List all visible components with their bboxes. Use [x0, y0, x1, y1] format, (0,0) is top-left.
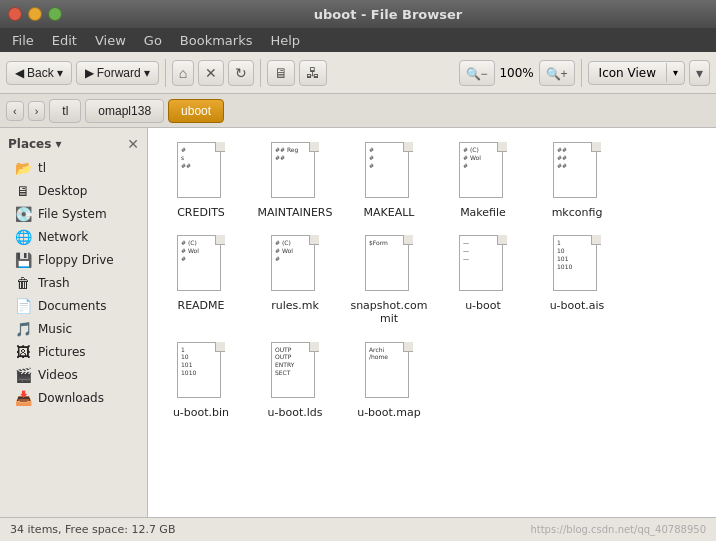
menu-item-view[interactable]: View: [87, 31, 134, 50]
file-name: MAINTAINERS: [258, 206, 333, 219]
file-item[interactable]: 1101011010u-boot.ais: [532, 229, 622, 331]
file-item[interactable]: #s##CREDITS: [156, 136, 246, 225]
stop-icon: ✕: [205, 65, 217, 81]
file-thumbnail: ###: [365, 142, 413, 202]
forward-button[interactable]: ▶ Forward ▾: [76, 61, 159, 85]
sidebar-item-downloads[interactable]: 📥Downloads: [4, 387, 143, 409]
minimize-button[interactable]: [28, 7, 42, 21]
file-thumbnail: # (C)# Wol#: [271, 235, 319, 295]
view-label[interactable]: Icon View: [589, 62, 666, 84]
pictures-icon: 🖼: [14, 344, 32, 360]
nav-prev-button[interactable]: ‹: [6, 101, 24, 121]
breadcrumb-uboot[interactable]: uboot: [168, 99, 224, 123]
doc-corner: [309, 342, 319, 352]
home-button[interactable]: ⌂: [172, 60, 194, 86]
network-button[interactable]: 🖧: [299, 60, 327, 86]
zoom-level: 100%: [499, 66, 535, 80]
menu-item-file[interactable]: File: [4, 31, 42, 50]
file-thumbnail: #s##: [177, 142, 225, 202]
sidebar-item-documents[interactable]: 📄Documents: [4, 295, 143, 317]
file-thumbnail: ## Reg##: [271, 142, 319, 202]
file-thumbnail: # (C)# Wol#: [177, 235, 225, 295]
window-title: uboot - File Browser: [68, 7, 708, 22]
menu-item-help[interactable]: Help: [262, 31, 308, 50]
menu-item-edit[interactable]: Edit: [44, 31, 85, 50]
refresh-button[interactable]: ↻: [228, 60, 254, 86]
zoom-in-button[interactable]: 🔍+: [539, 60, 575, 86]
breadcrumb-omapl138[interactable]: omapl138: [85, 99, 164, 123]
doc-corner: [403, 142, 413, 152]
file-item[interactable]: # (C)# Wol#Makefile: [438, 136, 528, 225]
doc-corner: [591, 142, 601, 152]
file-name: u-boot: [465, 299, 501, 312]
file-name: CREDITS: [177, 206, 225, 219]
toolbar-separator-1: [165, 59, 166, 87]
file-name: u-boot.ais: [550, 299, 605, 312]
file-thumbnail: $Form: [365, 235, 413, 295]
file-name: u-boot.bin: [173, 406, 229, 419]
file-item[interactable]: $Formsnapshot.commit: [344, 229, 434, 331]
view-dropdown-arrow[interactable]: ▾: [666, 63, 684, 82]
view-dropdown[interactable]: Icon View ▾: [588, 61, 685, 85]
filesystem-icon: 💽: [14, 206, 32, 222]
videos-icon: 🎬: [14, 367, 32, 383]
watermark: https://blog.csdn.net/qq_40788950: [530, 524, 706, 535]
sidebar-item-trash[interactable]: 🗑Trash: [4, 272, 143, 294]
file-item[interactable]: # (C)# Wol#rules.mk: [250, 229, 340, 331]
sidebar-item-label: Videos: [38, 368, 78, 382]
sidebar-header: Places ▾ ✕: [0, 132, 147, 156]
breadcrumb-tl[interactable]: tl: [49, 99, 81, 123]
extra-dropdown-button[interactable]: ▾: [689, 60, 710, 86]
network-icon: 🖧: [306, 65, 320, 81]
maximize-button[interactable]: [48, 7, 62, 21]
doc-corner: [497, 142, 507, 152]
doc-corner: [309, 235, 319, 245]
file-item[interactable]: ######mkconfig: [532, 136, 622, 225]
back-dropdown-icon: ▾: [57, 66, 63, 80]
file-name: Makefile: [460, 206, 506, 219]
menu-item-go[interactable]: Go: [136, 31, 170, 50]
sidebar-item-filesystem[interactable]: 💽File System: [4, 203, 143, 225]
file-item[interactable]: # (C)# Wol#README: [156, 229, 246, 331]
zoom-out-icon: 🔍−: [466, 67, 488, 81]
sidebar-item-network[interactable]: 🌐Network: [4, 226, 143, 248]
sidebar-item-label: File System: [38, 207, 107, 221]
file-item[interactable]: ###MAKEALL: [344, 136, 434, 225]
file-thumbnail: 1101011010: [553, 235, 601, 295]
stop-button[interactable]: ✕: [198, 60, 224, 86]
file-thumbnail: # (C)# Wol#: [459, 142, 507, 202]
file-item[interactable]: ———u-boot: [438, 229, 528, 331]
sidebar-item-tl[interactable]: 📂tl: [4, 157, 143, 179]
file-item[interactable]: OUTPOUTPENTRYSECTu-boot.lds: [250, 336, 340, 425]
doc-corner: [403, 342, 413, 352]
titlebar: uboot - File Browser: [0, 0, 716, 28]
back-arrow-icon: ◀: [15, 66, 24, 80]
sidebar-item-music[interactable]: 🎵Music: [4, 318, 143, 340]
zoom-in-icon: 🔍+: [546, 67, 568, 81]
nav-next-button[interactable]: ›: [28, 101, 46, 121]
home-icon: ⌂: [179, 65, 187, 81]
file-name: MAKEALL: [364, 206, 415, 219]
sidebar-item-pictures[interactable]: 🖼Pictures: [4, 341, 143, 363]
sidebar-item-label: Network: [38, 230, 88, 244]
close-button[interactable]: [8, 7, 22, 21]
sidebar-item-label: Desktop: [38, 184, 88, 198]
file-item[interactable]: ## Reg##MAINTAINERS: [250, 136, 340, 225]
file-item[interactable]: Archi/homeu-boot.map: [344, 336, 434, 425]
zoom-out-button[interactable]: 🔍−: [459, 60, 495, 86]
file-item[interactable]: 1101011010u-boot.bin: [156, 336, 246, 425]
menu-item-bookmarks[interactable]: Bookmarks: [172, 31, 261, 50]
statusbar: 34 items, Free space: 12.7 GB https://bl…: [0, 517, 716, 541]
file-name: README: [177, 299, 224, 312]
file-area: #s##CREDITS## Reg##MAINTAINERS###MAKEALL…: [148, 128, 716, 517]
doc-corner: [403, 235, 413, 245]
sidebar-item-label: Downloads: [38, 391, 104, 405]
sidebar-header-label[interactable]: Places ▾: [8, 137, 62, 151]
sidebar-close-button[interactable]: ✕: [127, 136, 139, 152]
computer-button[interactable]: 🖥: [267, 60, 295, 86]
forward-arrow-icon: ▶: [85, 66, 94, 80]
sidebar-item-floppy[interactable]: 💾Floppy Drive: [4, 249, 143, 271]
sidebar-item-desktop[interactable]: 🖥Desktop: [4, 180, 143, 202]
sidebar-item-videos[interactable]: 🎬Videos: [4, 364, 143, 386]
back-button[interactable]: ◀ Back ▾: [6, 61, 72, 85]
